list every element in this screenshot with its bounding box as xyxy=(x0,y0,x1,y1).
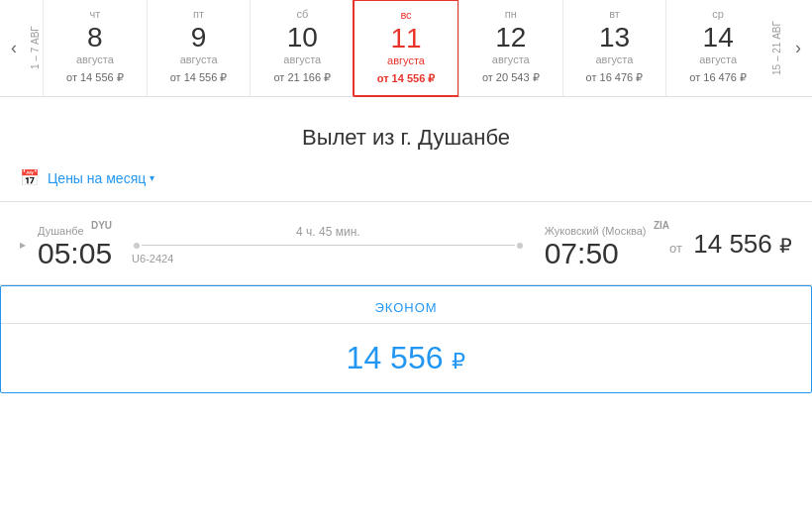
right-week-range: 15 – 21 АВГ xyxy=(769,0,784,96)
month-label: августа xyxy=(387,54,425,66)
calendar-icon: 📅 xyxy=(20,168,40,187)
flight-middle: 4 ч. 45 мин. U6-2424 xyxy=(112,225,545,264)
day-price: от 14 556 ₽ xyxy=(170,71,228,84)
month-label: августа xyxy=(283,53,321,65)
calendar-strip: ‹ 1 – 7 АВГ ЧТ8августаот 14 556 ₽ПТ9авгу… xyxy=(0,0,812,97)
next-week-arrow[interactable]: › xyxy=(784,0,812,96)
ticket-class-price-block: 14 556 ₽ xyxy=(1,324,811,392)
flight-result: ▸ Душанбе DYU 05:05 4 ч. 45 мин. U6-2424… xyxy=(0,202,812,285)
ticket-currency: ₽ xyxy=(452,349,465,373)
flight-line-bar xyxy=(142,245,515,246)
days-container: ЧТ8августаот 14 556 ₽ПТ9августаот 14 556… xyxy=(43,0,769,96)
flight-duration: 4 ч. 45 мин. xyxy=(296,225,360,239)
day-price: от 14 556 ₽ xyxy=(66,71,124,84)
line-dot-right xyxy=(517,243,523,249)
day-name: СБ xyxy=(296,8,308,20)
day-number: 10 xyxy=(287,24,318,52)
flight-row: ▸ Душанбе DYU 05:05 4 ч. 45 мин. U6-2424… xyxy=(20,220,792,268)
prices-month-bar: 📅 Цены на месяц ▾ xyxy=(0,168,812,202)
day-cell-8[interactable]: ЧТ8августаот 14 556 ₽ xyxy=(43,0,147,96)
day-number: 8 xyxy=(87,24,103,52)
departure-code: DYU xyxy=(91,220,112,231)
day-name: ЧТ xyxy=(89,8,100,20)
day-name: ПТ xyxy=(193,8,204,20)
flight-currency: ₽ xyxy=(779,235,792,257)
day-cell-10[interactable]: СБ10августаот 21 166 ₽ xyxy=(250,0,354,96)
price-from-label: от xyxy=(669,241,682,256)
day-number: 14 xyxy=(703,24,734,52)
ticket-class-section: ЭКОНОМ 14 556 ₽ xyxy=(0,285,812,393)
day-cell-11[interactable]: ВС11августаот 14 556 ₽ xyxy=(353,0,459,97)
day-price: от 20 543 ₽ xyxy=(482,71,540,84)
left-week-range: 1 – 7 АВГ xyxy=(28,0,43,96)
flight-number: U6-2424 xyxy=(132,253,173,264)
month-label: августа xyxy=(492,53,530,65)
day-price: от 16 476 ₽ xyxy=(586,71,644,84)
ticket-class-label: ЭКОНОМ xyxy=(1,286,811,324)
day-name: СР xyxy=(712,8,724,20)
departure-segment: Душанбе DYU 05:05 xyxy=(38,220,112,268)
day-number: 12 xyxy=(495,24,526,52)
day-price: от 21 166 ₽ xyxy=(273,71,331,84)
day-cell-14[interactable]: СР14августаот 16 476 ₽ xyxy=(665,0,769,96)
arrival-code: ZIA xyxy=(654,220,669,231)
flight-price-block: от 14 556 ₽ xyxy=(669,229,792,260)
day-number: 13 xyxy=(599,24,630,52)
departure-city: Душанбе xyxy=(38,225,84,237)
departure-time: 05:05 xyxy=(38,239,112,268)
month-label: августа xyxy=(76,53,114,65)
flight-price-value: 14 556 xyxy=(693,229,772,259)
prices-month-button[interactable]: Цены на месяц ▾ xyxy=(48,170,154,186)
month-label: августа xyxy=(180,53,218,65)
day-name: ПН xyxy=(505,8,517,20)
day-name: ВС xyxy=(400,9,411,21)
section-title: Вылет из г. Душанбе xyxy=(0,97,812,168)
flight-arrow-icon: ▸ xyxy=(20,238,26,252)
day-price: от 14 556 ₽ xyxy=(377,72,436,85)
prev-week-arrow[interactable]: ‹ xyxy=(0,0,28,96)
day-price: от 16 476 ₽ xyxy=(689,71,747,84)
day-cell-13[interactable]: ВТ13августаот 16 476 ₽ xyxy=(562,0,666,96)
line-dot-left xyxy=(134,243,140,249)
arrival-segment: Жуковский (Москва) ZIA 07:50 xyxy=(545,220,669,268)
arrival-time: 07:50 xyxy=(545,239,669,268)
day-cell-9[interactable]: ПТ9августаот 14 556 ₽ xyxy=(147,0,251,96)
month-label: августа xyxy=(699,53,737,65)
day-cell-12[interactable]: ПН12августаот 20 543 ₽ xyxy=(458,0,562,96)
chevron-down-icon: ▾ xyxy=(150,172,154,183)
ticket-price-value: 14 556 xyxy=(347,340,444,375)
day-number: 11 xyxy=(390,25,421,53)
day-name: ВТ xyxy=(609,8,620,20)
flight-line xyxy=(132,243,525,249)
month-label: августа xyxy=(596,53,634,65)
arrival-city: Жуковский (Москва) xyxy=(545,225,647,237)
day-number: 9 xyxy=(191,24,207,52)
